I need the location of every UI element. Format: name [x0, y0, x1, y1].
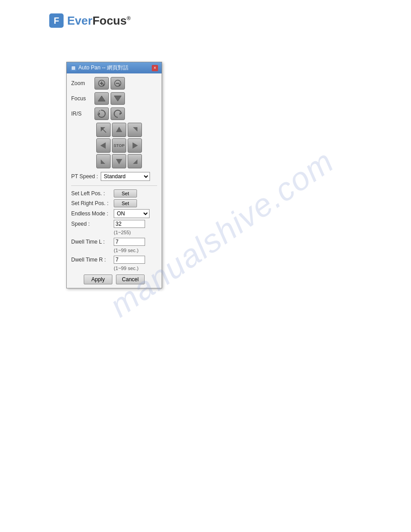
- dwell-time-l-label: Dwell Time L :: [71, 239, 114, 245]
- endless-mode-select[interactable]: ON OFF: [114, 209, 150, 218]
- dwell-time-r-hint: (1~99 sec.): [114, 266, 157, 271]
- focus-near-button[interactable]: [94, 92, 109, 105]
- pt-speed-row: PT Speed : Slow Standard Fast: [71, 172, 157, 181]
- logo-text: EverFocus®: [67, 14, 131, 28]
- titlebar-left: Auto Pan -- 網頁對話: [70, 64, 128, 72]
- svg-marker-18: [100, 142, 106, 149]
- svg-marker-19: [133, 142, 138, 149]
- set-left-pos-label: Set Left Pos. :: [71, 190, 114, 197]
- svg-text:F: F: [54, 16, 59, 26]
- pt-speed-label: PT Speed :: [71, 173, 98, 180]
- svg-rect-2: [72, 66, 75, 70]
- dwell-time-l-hint: (1~99 sec.): [114, 248, 157, 253]
- set-left-pos-button[interactable]: Set: [114, 189, 137, 197]
- dir-down-left-button[interactable]: [96, 154, 111, 168]
- svg-point-9: [119, 84, 120, 86]
- direction-pad: STOP: [96, 123, 157, 168]
- speed-label: Speed :: [71, 221, 114, 227]
- focus-far-button[interactable]: [111, 92, 125, 105]
- endless-mode-label: Endless Mode :: [71, 210, 114, 217]
- iris-close-button[interactable]: [111, 107, 125, 120]
- dir-up-left-button[interactable]: [96, 123, 111, 137]
- dialog-title: Auto Pan -- 網頁對話: [78, 64, 128, 72]
- dialog-body: Zoom Focus IR/S: [67, 73, 162, 288]
- action-row: Apply Cancel: [71, 275, 157, 284]
- svg-marker-11: [114, 96, 121, 101]
- dwell-time-r-row: Dwell Time R :: [71, 256, 157, 264]
- dialog-close-button[interactable]: ×: [152, 65, 158, 71]
- set-right-pos-row: Set Right Pos. : Set: [71, 199, 157, 207]
- focus-row: Focus: [71, 92, 157, 105]
- svg-marker-10: [98, 96, 105, 101]
- zoom-in-button[interactable]: [94, 77, 109, 90]
- set-left-pos-row: Set Left Pos. : Set: [71, 189, 157, 197]
- focus-label: Focus: [71, 95, 94, 102]
- auto-pan-dialog: Auto Pan -- 網頁對話 × Zoom Focus: [66, 62, 162, 288]
- zoom-row: Zoom: [71, 77, 157, 90]
- dir-right-button[interactable]: [128, 138, 142, 153]
- pt-speed-select[interactable]: Slow Standard Fast: [101, 172, 150, 181]
- logo-area: F EverFocus®: [48, 13, 131, 29]
- endless-mode-row: Endless Mode : ON OFF: [71, 209, 157, 218]
- dir-up-button[interactable]: [112, 123, 126, 137]
- zoom-label: Zoom: [71, 80, 94, 86]
- cancel-button[interactable]: Cancel: [116, 275, 145, 284]
- speed-hint: (1~255): [114, 230, 157, 235]
- dwell-time-l-input[interactable]: [114, 238, 145, 246]
- dir-left-button[interactable]: [96, 138, 111, 153]
- zoom-out-button[interactable]: [111, 77, 125, 90]
- dwell-time-r-input[interactable]: [114, 256, 145, 264]
- set-right-pos-button[interactable]: Set: [114, 199, 137, 207]
- dir-down-right-button[interactable]: [128, 154, 142, 168]
- logo-icon: F: [48, 13, 64, 29]
- apply-button[interactable]: Apply: [84, 275, 112, 284]
- dir-stop-button[interactable]: STOP: [112, 138, 126, 153]
- iris-open-button[interactable]: [94, 107, 109, 120]
- dir-down-button[interactable]: [112, 154, 126, 168]
- svg-marker-21: [116, 159, 122, 164]
- svg-marker-20: [101, 159, 105, 164]
- svg-marker-22: [133, 159, 137, 164]
- iris-row: IR/S: [71, 107, 157, 120]
- dir-up-right-button[interactable]: [128, 123, 142, 137]
- dwell-time-r-label: Dwell Time R :: [71, 257, 114, 263]
- svg-point-6: [103, 84, 104, 86]
- set-right-pos-label: Set Right Pos. :: [71, 200, 114, 206]
- speed-row: Speed :: [71, 220, 157, 228]
- svg-marker-16: [116, 127, 122, 132]
- dialog-title-icon: [70, 65, 77, 71]
- dwell-time-l-row: Dwell Time L :: [71, 238, 157, 246]
- iris-label: IR/S: [71, 111, 94, 117]
- dialog-titlebar: Auto Pan -- 網頁對話 ×: [67, 62, 162, 73]
- separator: [71, 185, 157, 186]
- svg-marker-17: [133, 127, 137, 132]
- speed-input[interactable]: [114, 220, 145, 228]
